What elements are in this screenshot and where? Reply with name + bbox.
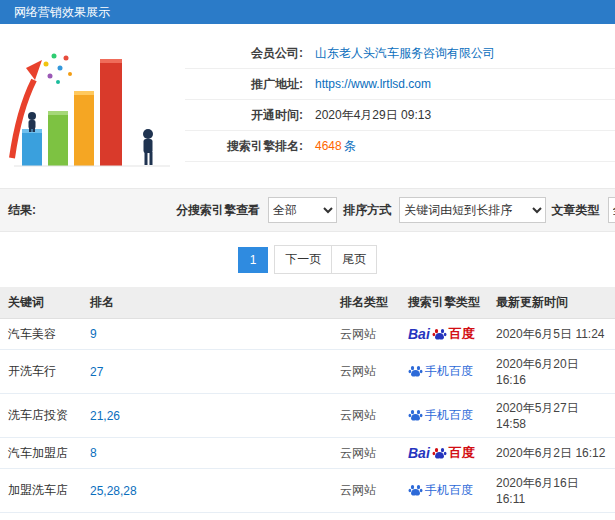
last-page-button[interactable]: 尾页: [331, 245, 377, 274]
rank-cell[interactable]: 30: [82, 513, 332, 520]
baidu-logo-text: Bai: [408, 445, 430, 461]
article-type-label: 文章类型: [552, 202, 600, 219]
table-row: 加盟洗车店 25,28,28 云网站 手机百度 2020年6月16日 16:11: [0, 469, 615, 513]
sort-filter-label: 排序方式: [343, 202, 391, 219]
mobile-baidu-label: 手机百度: [425, 482, 473, 499]
rank-cell[interactable]: 8: [82, 438, 332, 469]
engine-rank-unit: 条: [344, 139, 356, 153]
table-header-row: 关键词 排名 排名类型 搜索引擎类型 最新更新时间: [0, 287, 615, 319]
marketing-chart-illustration: [0, 30, 185, 180]
rank-cell[interactable]: 27: [82, 350, 332, 394]
engine-cell: 手机百度: [400, 350, 488, 394]
confetti-dots: [44, 54, 73, 85]
header-engine-type: 搜索引擎类型: [400, 287, 488, 319]
table-row: 洗车赚钱吗 30 云网站 手机百度 2020年6月20日 16:12: [0, 513, 615, 520]
open-time-label: 开通时间:: [185, 107, 303, 124]
baidu-paw-icon: [432, 327, 447, 342]
mobile-baidu-logo: 手机百度: [408, 363, 480, 380]
mobile-baidu-logo: 手机百度: [408, 482, 480, 499]
engine-filter-label: 分搜索引擎查看: [176, 202, 260, 219]
person-on-bar-figure: [28, 112, 36, 132]
keyword-cell: 汽车加盟店: [0, 438, 82, 469]
person-standing-figure: [143, 129, 153, 165]
rank-type-cell: 云网站: [332, 350, 400, 394]
mobile-baidu-logo: 手机百度: [408, 407, 480, 424]
rank-cell[interactable]: 21,26: [82, 394, 332, 438]
updated-cell: 2020年6月16日 16:11: [488, 469, 615, 513]
bar-chart-graphic: [0, 30, 185, 180]
table-row: 开洗车行 27 云网站 手机百度 2020年6月20日 16:16: [0, 350, 615, 394]
pagination: 1 下一页 尾页: [0, 245, 615, 274]
header-updated: 最新更新时间: [488, 287, 615, 319]
filter-bar: 结果: 分搜索引擎查看 全部 排序方式 关键词由短到长排序 文章类型 全部 提交: [0, 188, 615, 232]
engine-cell: 手机百度: [400, 469, 488, 513]
rank-table: 关键词 排名 排名类型 搜索引擎类型 最新更新时间 汽车美容 9 云网站 Bai…: [0, 287, 615, 520]
growth-arrow-head-icon: [26, 60, 42, 80]
page-1-button[interactable]: 1: [238, 247, 269, 273]
mobile-baidu-paw-icon: [408, 364, 423, 379]
filter-controls: 分搜索引擎查看 全部 排序方式 关键词由短到长排序 文章类型 全部 提交: [176, 196, 615, 224]
member-company-link[interactable]: 山东老人头汽车服务咨询有限公司: [315, 45, 495, 62]
keyword-cell: 洗车店投资: [0, 394, 82, 438]
updated-cell: 2020年6月20日 16:12: [488, 513, 615, 520]
keyword-cell: 汽车美容: [0, 319, 82, 350]
updated-cell: 2020年6月2日 16:12: [488, 438, 615, 469]
mobile-baidu-label: 手机百度: [425, 363, 473, 380]
updated-cell: 2020年5月27日 14:58: [488, 394, 615, 438]
sort-filter-select[interactable]: 关键词由短到长排序: [399, 197, 545, 223]
mobile-baidu-label: 手机百度: [425, 407, 473, 424]
keyword-cell: 开洗车行: [0, 350, 82, 394]
keyword-cell: 洗车赚钱吗: [0, 513, 82, 520]
rank-type-cell: 云网站: [332, 394, 400, 438]
header-keyword: 关键词: [0, 287, 82, 319]
engine-cell: 手机百度: [400, 394, 488, 438]
updated-cell: 2020年6月20日 16:16: [488, 350, 615, 394]
info-row-open-time: 开通时间: 2020年4月29日 09:13: [185, 100, 615, 131]
info-row-company: 会员公司: 山东老人头汽车服务咨询有限公司: [185, 38, 615, 69]
keyword-cell: 加盟洗车店: [0, 469, 82, 513]
engine-rank-count: 4648: [315, 139, 342, 153]
table-row: 洗车店投资 21,26 云网站 手机百度 2020年5月27日 14:58: [0, 394, 615, 438]
info-section: 会员公司: 山东老人头汽车服务咨询有限公司 推广地址: https://www.…: [0, 24, 615, 182]
result-label: 结果:: [8, 202, 36, 219]
table-row: 汽车美容 9 云网站 Bai百度 2020年6月5日 11:24: [0, 319, 615, 350]
rank-cell[interactable]: 25,28,28: [82, 469, 332, 513]
baidu-logo: Bai百度: [408, 444, 480, 462]
member-company-label: 会员公司:: [185, 45, 303, 62]
page-title: 网络营销效果展示: [14, 5, 110, 19]
engine-cell: Bai百度: [400, 319, 488, 350]
engine-cell: Bai百度: [400, 438, 488, 469]
baidu-paw-icon: [432, 446, 447, 461]
rank-cell[interactable]: 9: [82, 319, 332, 350]
rank-type-cell: 云网站: [332, 469, 400, 513]
mobile-baidu-paw-icon: [408, 408, 423, 423]
info-row-engine-rank: 搜索引擎排名: 4648条: [185, 131, 615, 162]
table-row: 汽车加盟店 8 云网站 Bai百度 2020年6月2日 16:12: [0, 438, 615, 469]
page-header: 网络营销效果展示: [0, 0, 615, 24]
rank-type-cell: 云网站: [332, 513, 400, 520]
open-time-value: 2020年4月29日 09:13: [315, 107, 431, 124]
engine-cell: 手机百度: [400, 513, 488, 520]
member-info-fields: 会员公司: 山东老人头汽车服务咨询有限公司 推广地址: https://www.…: [185, 30, 615, 180]
chart-bars: [22, 59, 122, 166]
info-row-url: 推广地址: https://www.lrtlsd.com: [185, 69, 615, 100]
promo-url-link[interactable]: https://www.lrtlsd.com: [315, 77, 431, 91]
baidu-logo-cn: 百度: [449, 444, 475, 462]
promo-url-label: 推广地址:: [185, 76, 303, 93]
baidu-logo: Bai百度: [408, 325, 480, 343]
engine-filter-select[interactable]: 全部: [268, 197, 337, 223]
baidu-logo-text: Bai: [408, 326, 430, 342]
header-rank: 排名: [82, 287, 332, 319]
baidu-logo-cn: 百度: [449, 325, 475, 343]
rank-type-cell: 云网站: [332, 438, 400, 469]
rank-type-cell: 云网站: [332, 319, 400, 350]
mobile-baidu-paw-icon: [408, 483, 423, 498]
header-rank-type: 排名类型: [332, 287, 400, 319]
table-body: 汽车美容 9 云网站 Bai百度 2020年6月5日 11:24 开洗车行 27…: [0, 319, 615, 520]
next-page-button[interactable]: 下一页: [274, 245, 332, 274]
updated-cell: 2020年6月5日 11:24: [488, 319, 615, 350]
engine-rank-label: 搜索引擎排名:: [185, 138, 303, 155]
article-type-select[interactable]: 全部: [608, 197, 615, 223]
